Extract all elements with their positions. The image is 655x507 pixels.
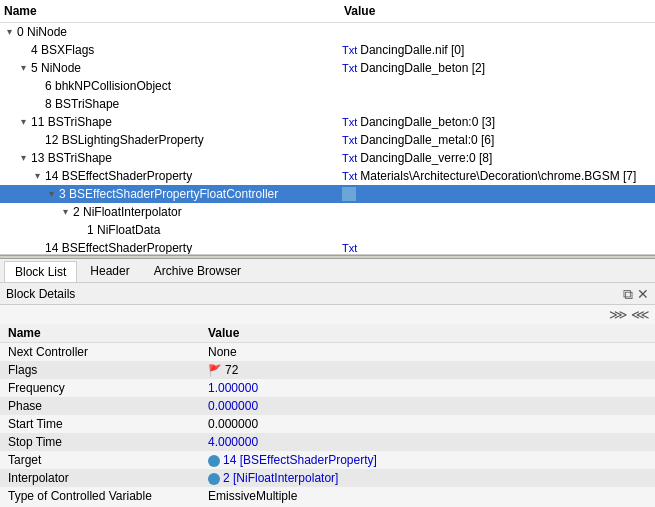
expand-btn[interactable]: ▾ — [16, 61, 30, 75]
tree-panel: Name Value ▾0 NiNode4 BSXFlagsTxtDancing… — [0, 0, 655, 255]
col-value-header: Value — [344, 2, 651, 20]
value-text: DancingDalle_beton:0 [3] — [360, 115, 495, 129]
scroll-up-icon[interactable]: ⋘ — [631, 307, 649, 322]
bottom-panel: Block Details ⧉ ✕ ⋙ ⋘ Name Value Next Co… — [0, 283, 655, 507]
header-icons: ⧉ ✕ — [623, 287, 649, 301]
row-name: ▾3 BSEffectShaderPropertyFloatController — [2, 187, 342, 201]
row-label: 8 BSTriShape — [45, 97, 119, 111]
details-row-name: Target — [8, 453, 208, 467]
value-type-label: Txt — [342, 242, 357, 254]
expand-btn — [72, 223, 86, 237]
tree-row[interactable]: ▾2 NiFloatInterpolator — [0, 203, 655, 221]
details-row-value: 🚩72 — [208, 363, 647, 377]
row-name: 12 BSLightingShaderProperty — [2, 133, 342, 147]
row-name: ▾5 NiNode — [2, 61, 342, 75]
value-text: DancingDalle_metal:0 [6] — [360, 133, 494, 147]
value-type-label: Txt — [342, 62, 357, 74]
row-label: 11 BSTriShape — [31, 115, 112, 129]
scroll-down-icon[interactable]: ⋙ — [609, 307, 627, 322]
link-icon — [208, 455, 220, 467]
expand-btn[interactable]: ▾ — [16, 151, 30, 165]
row-name: ▾2 NiFloatInterpolator — [2, 205, 342, 219]
value-type-label: Txt — [342, 170, 357, 182]
details-row: Type of Controlled VariableEmissiveMulti… — [0, 487, 655, 505]
row-name: 8 BSTriShape — [2, 97, 342, 111]
row-name: ▾14 BSEffectShaderProperty — [2, 169, 342, 183]
close-icon[interactable]: ✕ — [637, 287, 649, 301]
expand-btn[interactable]: ▾ — [16, 115, 30, 129]
row-name: ▾11 BSTriShape — [2, 115, 342, 129]
row-label: 13 BSTriShape — [31, 151, 112, 165]
row-value: TxtDancingDalle_verre:0 [8] — [342, 151, 653, 165]
tree-row[interactable]: 6 bhkNPCollisionObject — [0, 77, 655, 95]
expand-btn — [30, 79, 44, 93]
tree-row[interactable]: 12 BSLightingShaderPropertyTxtDancingDal… — [0, 131, 655, 149]
tree-row[interactable]: ▾14 BSEffectShaderPropertyTxtMaterials\A… — [0, 167, 655, 185]
value-type-label: Txt — [342, 116, 357, 128]
tree-header: Name Value — [0, 0, 655, 23]
details-row-name: Start Time — [8, 417, 208, 431]
details-row-name: Interpolator — [8, 471, 208, 485]
details-row-value: 0.000000 — [208, 417, 647, 431]
tree-row[interactable]: ▾0 NiNode — [0, 23, 655, 41]
row-name: ▾13 BSTriShape — [2, 151, 342, 165]
link-value-text: 14 [BSEffectShaderProperty] — [223, 453, 377, 467]
block-details-header: Block Details ⧉ ✕ — [0, 283, 655, 305]
details-row-value: 4.000000 — [208, 435, 647, 449]
details-row-value: None — [208, 345, 647, 359]
row-name: ▾0 NiNode — [2, 25, 342, 39]
row-value: TxtDancingDalle.nif [0] — [342, 43, 653, 57]
details-row-name: Flags — [8, 363, 208, 377]
expand-btn[interactable]: ▾ — [30, 169, 44, 183]
row-name: 4 BSXFlags — [2, 43, 342, 57]
tab-header[interactable]: Header — [79, 260, 140, 281]
details-col-value-header: Value — [208, 326, 647, 340]
details-row: Stop Time4.000000 — [0, 433, 655, 451]
expand-btn[interactable]: ▾ — [44, 187, 58, 201]
value-type-label: Txt — [342, 152, 357, 164]
tab-block-list[interactable]: Block List — [4, 261, 77, 282]
tree-body: ▾0 NiNode4 BSXFlagsTxtDancingDalle.nif [… — [0, 23, 655, 255]
tree-row[interactable]: ▾13 BSTriShapeTxtDancingDalle_verre:0 [8… — [0, 149, 655, 167]
scroll-controls: ⋙ ⋘ — [0, 305, 655, 324]
details-row-value[interactable]: 2 [NiFloatInterpolator] — [208, 471, 647, 485]
value-type-label: Txt — [342, 44, 357, 56]
row-value: TxtDancingDalle_metal:0 [6] — [342, 133, 653, 147]
restore-icon[interactable]: ⧉ — [623, 287, 633, 301]
row-name: 6 bhkNPCollisionObject — [2, 79, 342, 93]
tree-row[interactable]: ▾3 BSEffectShaderPropertyFloatController — [0, 185, 655, 203]
details-row-value: 0.000000 — [208, 399, 647, 413]
expand-btn — [30, 241, 44, 255]
details-row-name: Stop Time — [8, 435, 208, 449]
tree-row[interactable]: 4 BSXFlagsTxtDancingDalle.nif [0] — [0, 41, 655, 59]
expand-btn[interactable]: ▾ — [2, 25, 16, 39]
value-text: DancingDalle.nif [0] — [360, 43, 464, 57]
row-label: 1 NiFloatData — [87, 223, 160, 237]
details-row: Target14 [BSEffectShaderProperty] — [0, 451, 655, 469]
details-table-header: Name Value — [0, 324, 655, 343]
tab-archive-browser[interactable]: Archive Browser — [143, 260, 252, 281]
row-label: 14 BSEffectShaderProperty — [45, 241, 192, 255]
row-label: 3 BSEffectShaderPropertyFloatController — [59, 187, 278, 201]
details-row-name: Next Controller — [8, 345, 208, 359]
row-label: 5 NiNode — [31, 61, 81, 75]
tree-row[interactable]: ▾11 BSTriShapeTxtDancingDalle_beton:0 [3… — [0, 113, 655, 131]
details-row-value: EmissiveMultiple — [208, 489, 647, 503]
details-row: Flags🚩72 — [0, 361, 655, 379]
details-col-name-header: Name — [8, 326, 208, 340]
row-value: TxtDancingDalle_beton:0 [3] — [342, 115, 653, 129]
details-row-value[interactable]: 14 [BSEffectShaderProperty] — [208, 453, 647, 467]
row-value: Txt — [342, 241, 653, 255]
tab-bar: Block ListHeaderArchive Browser — [0, 259, 655, 283]
tree-row[interactable]: 8 BSTriShape — [0, 95, 655, 113]
row-value: TxtDancingDalle_beton [2] — [342, 61, 653, 75]
expand-btn[interactable]: ▾ — [58, 205, 72, 219]
row-name: 1 NiFloatData — [2, 223, 342, 237]
details-row-name: Frequency — [8, 381, 208, 395]
tree-row[interactable]: 1 NiFloatData — [0, 221, 655, 239]
value-text: Materials\Architecture\Decoration\chrome… — [360, 169, 636, 183]
col-name-header: Name — [4, 2, 344, 20]
tree-row[interactable]: 14 BSEffectShaderPropertyTxt — [0, 239, 655, 255]
details-row-name: Phase — [8, 399, 208, 413]
tree-row[interactable]: ▾5 NiNodeTxtDancingDalle_beton [2] — [0, 59, 655, 77]
